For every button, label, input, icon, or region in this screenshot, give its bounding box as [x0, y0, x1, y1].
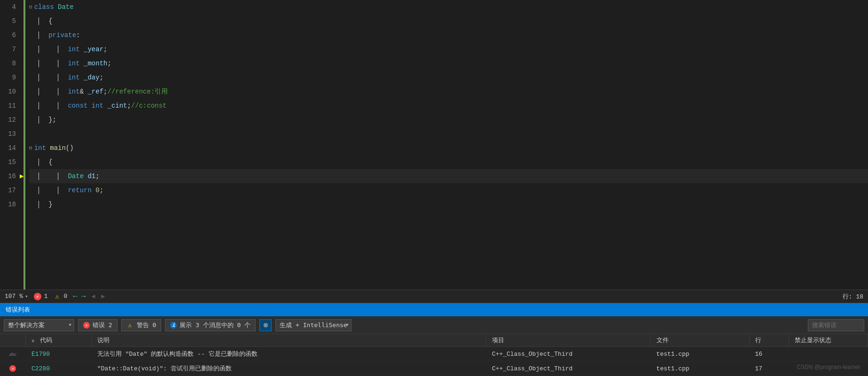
- nav-left-bracket[interactable]: ◄: [91, 293, 95, 300]
- semi-11: ;: [127, 99, 131, 113]
- line-num-10: 10: [6, 85, 20, 99]
- table-row[interactable]: ✕ C2280 "Date::Date(void)": 尝试引用已删除的函数 C…: [0, 361, 868, 376]
- code-line-16: ▶ │ │ Date d1 ;: [29, 169, 868, 183]
- code-line-9: │ │ int _day ;: [29, 70, 868, 85]
- error-code-c2280: C2280: [31, 365, 50, 372]
- warning-count: 0: [63, 293, 67, 300]
- row-icon-error-2: ✕: [9, 365, 16, 372]
- error-file-1: test1.cpp: [657, 351, 689, 358]
- error-btn-icon: ✕: [83, 322, 90, 329]
- zoom-level: 107 %: [5, 293, 23, 300]
- error-project-1: C++_Class_Object_Third: [492, 351, 573, 358]
- pipe-indent-11b: │: [56, 99, 68, 113]
- col-header-desc[interactable]: 说明: [92, 334, 486, 347]
- sort-icon-code: ⇅: [31, 338, 34, 344]
- gen-dropdown-wrap[interactable]: 生成 + IntelliSense: [275, 319, 351, 331]
- col-header-line[interactable]: 行: [750, 334, 789, 347]
- line-num-6: 6: [6, 28, 20, 42]
- error-filter-button[interactable]: ✕ 错误 2: [78, 319, 117, 331]
- code-line-5: │ {: [29, 14, 868, 28]
- code-line-7: │ │ int _year ;: [29, 42, 868, 56]
- member-day: _day: [84, 70, 100, 85]
- scope-dropdown-wrap[interactable]: 整个解决方案: [4, 319, 74, 331]
- navigation-arrows[interactable]: ← →: [73, 292, 86, 301]
- var-d1: d1: [87, 169, 95, 183]
- nav-right-bracket[interactable]: ►: [101, 293, 105, 300]
- error-suppress-cell-1: [789, 347, 868, 361]
- nav-arrow-left[interactable]: ←: [73, 292, 78, 301]
- pipe-indent-7a: │: [37, 42, 48, 56]
- code-line-4: ⊟ class Date: [29, 0, 868, 14]
- error-panel-header: 错误列表: [0, 303, 868, 316]
- pipe-indent-17a: │: [37, 183, 48, 197]
- keyword-int-10: int: [68, 85, 79, 99]
- col-header-project[interactable]: 项目: [486, 334, 651, 347]
- col-header-file[interactable]: 文件: [651, 334, 750, 347]
- code-line-14: ⊟ int main (): [29, 141, 868, 155]
- error-panel-toolbar: 整个解决方案 ✕ 错误 2 ⚠ 警告 0 i 展示 3 个消息中的 0 个 ⊗ …: [0, 316, 868, 334]
- pipe-indent-11a: │: [37, 99, 48, 113]
- error-desc-text-2: "Date::Date(void)": 尝试引用已删除的函数: [97, 365, 232, 372]
- search-errors-input[interactable]: [808, 319, 864, 331]
- line-num-9: 9: [6, 70, 20, 85]
- warning-status: ⚠ 0: [53, 293, 67, 300]
- error-line-2: 17: [755, 365, 763, 372]
- col-header-suppress[interactable]: 禁止显示状态: [789, 334, 868, 347]
- keyword-class: class: [34, 0, 54, 14]
- error-count: 1: [44, 293, 48, 300]
- pipe-indent-9b: │: [56, 70, 68, 85]
- table-header-row: ⇅ 代码 说明 项目 文件 行 禁止显示状态: [0, 334, 868, 347]
- zoom-dropdown-icon[interactable]: ▾: [25, 293, 28, 299]
- warning-filter-button[interactable]: ⚠ 警告 0: [121, 319, 162, 331]
- error-file-cell-2: test1.cpp: [651, 361, 750, 376]
- error-line-1: 16: [755, 351, 763, 358]
- zoom-control[interactable]: 107 % ▾: [5, 293, 28, 300]
- semi-9: ;: [100, 70, 103, 85]
- brace-close-18: }: [48, 197, 52, 212]
- scope-dropdown[interactable]: 整个解决方案: [4, 319, 74, 331]
- code-line-18: │ }: [29, 197, 868, 212]
- filter-icon: ⊗: [263, 321, 268, 329]
- line-num-7: 7: [6, 42, 20, 56]
- gen-intellisense-button[interactable]: 生成 + IntelliSense: [275, 319, 351, 331]
- info-btn-label: 展示 3 个消息中的 0 个: [180, 321, 250, 329]
- error-line-cell-1: 16: [750, 347, 789, 361]
- line-num-12: 12: [6, 113, 20, 127]
- keyword-int-8: int: [68, 56, 79, 70]
- col-header-icon: [0, 334, 26, 347]
- error-code-cell-1: E1790: [26, 347, 92, 361]
- code-line-10: │ │ int & _ref ; //reference:引用: [29, 85, 868, 99]
- line-num-18: 18: [6, 197, 20, 212]
- typename-date-16: Date: [68, 169, 84, 183]
- error-status: ✕ 1: [34, 293, 48, 300]
- col-header-code[interactable]: ⇅ 代码: [26, 334, 92, 347]
- gen-label: 生成 + IntelliSense: [280, 321, 347, 329]
- warning-btn-label: 警告 0: [137, 321, 156, 329]
- filter-toggle-button[interactable]: ⊗: [259, 319, 272, 331]
- search-area: [808, 319, 864, 331]
- collapse-icon-14[interactable]: ⊟: [29, 141, 32, 155]
- table-row[interactable]: abc E1790 无法引用 "Date" 的默认构造函数 -- 它是已删除的函…: [0, 347, 868, 361]
- semi-16: ;: [95, 169, 99, 183]
- pipe-indent-9a: │: [37, 70, 48, 85]
- error-desc-cell-1: 无法引用 "Date" 的默认构造函数 -- 它是已删除的函数: [92, 347, 486, 361]
- pipe-indent-16b: │: [56, 169, 68, 183]
- keyword-const-11: const: [68, 99, 87, 113]
- pipe-indent-12: │: [37, 113, 48, 127]
- row-icon-cell-1: abc: [0, 347, 26, 361]
- line-num-14: 14: [6, 141, 20, 155]
- line-num-5: 5: [6, 14, 20, 28]
- error-btn-label: 错误 2: [93, 321, 112, 329]
- pipe-indent-8b: │: [56, 56, 68, 70]
- warning-icon: ⚠: [53, 293, 61, 300]
- code-lines-area[interactable]: ⊟ class Date │ { │ private : │ │ int: [25, 0, 868, 290]
- error-code-e1790: E1790: [31, 351, 50, 358]
- code-line-15: │ {: [29, 155, 868, 169]
- info-filter-button[interactable]: i 展示 3 个消息中的 0 个: [165, 319, 256, 331]
- code-line-12: │ };: [29, 113, 868, 127]
- comment-const: //c:const: [131, 99, 167, 113]
- nav-arrow-right[interactable]: →: [81, 292, 86, 301]
- warning-btn-icon: ⚠: [126, 321, 134, 329]
- error-project-cell-1: C++_Class_Object_Third: [486, 347, 651, 361]
- collapse-icon-4[interactable]: ⊟: [29, 0, 32, 14]
